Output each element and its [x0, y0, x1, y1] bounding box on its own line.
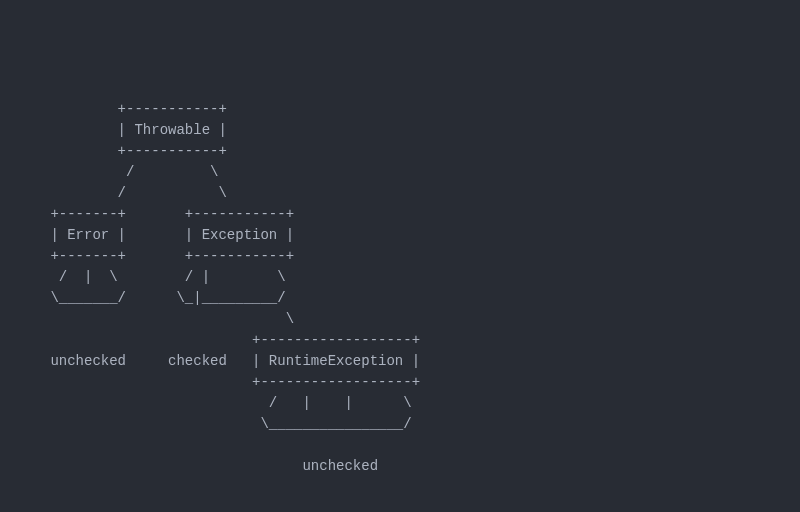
exception-hierarchy-diagram: +-----------+ | Throwable | +-----------…: [0, 99, 800, 477]
